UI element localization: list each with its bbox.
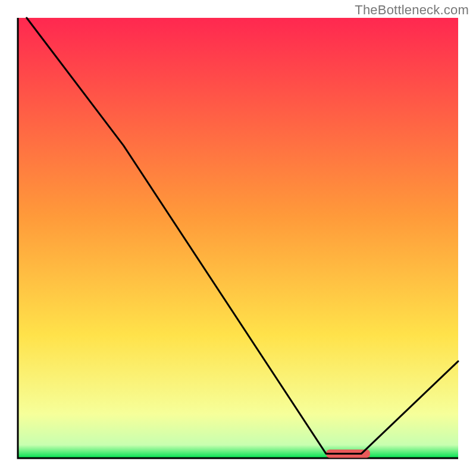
plot-area (18, 18, 458, 458)
watermark-text: TheBottleneck.com (355, 2, 469, 18)
bottleneck-chart (0, 0, 476, 476)
